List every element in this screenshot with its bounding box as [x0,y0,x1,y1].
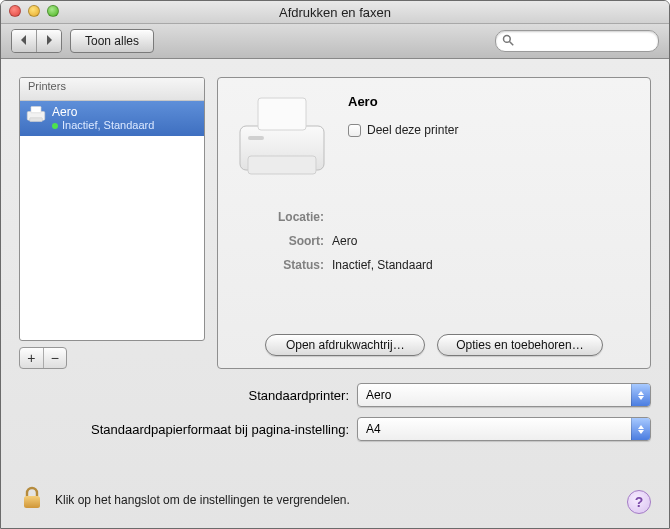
default-printer-label: Standaardprinter: [19,388,349,403]
popup-arrows-icon [631,384,650,406]
help-button[interactable]: ? [627,490,651,514]
titlebar: Afdrukken en faxen [1,1,669,24]
nav-back-button[interactable] [12,30,37,52]
default-paper-popup[interactable]: A4 [357,417,651,441]
lock-text: Klik op het hangslot om de instellingen … [55,493,350,507]
options-supplies-button[interactable]: Opties en toebehoren… [437,334,602,356]
svg-rect-4 [30,118,43,122]
status-value: Inactief, Standaard [332,258,634,272]
toolbar: Toon alles [1,24,669,59]
default-paper-label: Standaardpapierformaat bij pagina-instel… [19,422,349,437]
printer-icon [26,105,46,126]
show-all-button[interactable]: Toon alles [70,29,154,53]
printer-list-item[interactable]: Aero Inactief, Standaard [20,101,204,136]
open-print-queue-label: Open afdrukwachtrij… [286,338,405,352]
help-icon: ? [635,494,644,510]
remove-printer-button[interactable]: − [44,348,67,368]
search-input[interactable] [514,34,658,48]
nav-forward-button[interactable] [37,30,61,52]
svg-rect-7 [248,156,316,174]
search-icon [502,34,514,49]
svg-line-1 [510,41,514,45]
add-printer-button[interactable]: + [20,348,44,368]
kind-label: Soort: [234,234,324,248]
share-printer-checkbox[interactable] [348,124,361,137]
kind-value: Aero [332,234,634,248]
svg-rect-6 [258,98,306,130]
lock-icon[interactable] [19,485,45,514]
printer-name: Aero [348,94,458,109]
open-print-queue-button[interactable]: Open afdrukwachtrij… [265,334,425,356]
svg-point-0 [504,35,511,42]
printer-item-name: Aero [52,105,154,119]
printer-item-status: Inactief, Standaard [62,119,154,132]
location-label: Locatie: [234,210,324,224]
default-paper-value: A4 [366,422,381,436]
default-printer-value: Aero [366,388,391,402]
printers-list: Printers Aero Inactief, Standaard [19,77,205,341]
status-label: Status: [234,258,324,272]
minimize-window-button[interactable] [28,5,40,17]
chevron-left-icon [19,34,29,48]
default-printer-popup[interactable]: Aero [357,383,651,407]
show-all-label: Toon alles [85,34,139,48]
options-supplies-label: Opties en toebehoren… [456,338,583,352]
printer-large-icon [234,92,330,182]
search-field[interactable] [495,30,659,52]
printers-list-header: Printers [20,78,204,101]
chevron-right-icon [44,34,54,48]
svg-rect-8 [248,136,264,140]
window-title: Afdrukken en faxen [279,5,391,20]
svg-rect-9 [24,496,40,508]
close-window-button[interactable] [9,5,21,17]
popup-arrows-icon [631,418,650,440]
status-dot-icon [52,123,58,129]
printer-detail-panel: Aero Deel deze printer Locatie: Soort: A… [217,77,651,369]
svg-rect-3 [31,107,41,113]
zoom-window-button[interactable] [47,5,59,17]
share-printer-label: Deel deze printer [367,123,458,137]
